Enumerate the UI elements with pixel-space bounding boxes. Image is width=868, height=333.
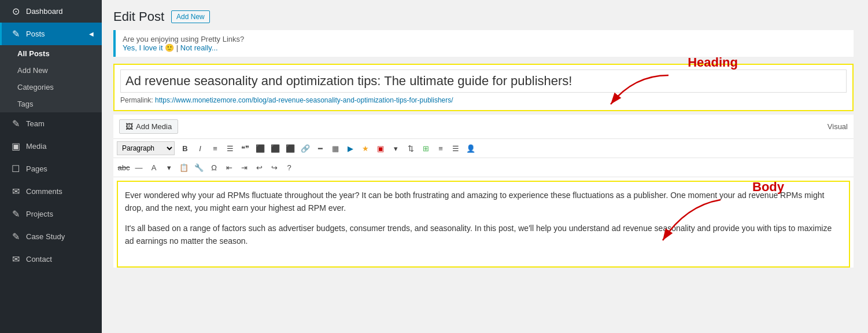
sidebar-pages-label: Pages (26, 164, 47, 173)
sidebar-projects-label: Projects (26, 210, 53, 218)
sidebar-item-contact[interactable]: ✉ Contact (0, 248, 102, 270)
color-dropdown-button[interactable]: ▾ (162, 160, 176, 174)
grid-button[interactable]: ⊞ (419, 141, 433, 155)
post-title-input[interactable] (120, 69, 847, 93)
sidebar-media-label: Media (26, 142, 46, 151)
sidebar-item-all-posts[interactable]: All Posts (0, 45, 102, 62)
erase-button[interactable]: 🔧 (192, 160, 206, 174)
outdent-button[interactable]: ⇥ (237, 160, 251, 174)
sidebar-contact-label: Contact (26, 255, 52, 264)
toolbar-row-1: Paragraph Heading 1 Heading 2 Heading 3 … (113, 139, 854, 158)
sidebar-comments-label: Comments (26, 187, 62, 196)
sidebar-case-study-label: Case Study (26, 232, 65, 241)
add-media-button[interactable]: 🖼 Add Media (119, 119, 178, 134)
redo-button[interactable]: ↪ (267, 160, 281, 174)
help-button[interactable]: ? (282, 160, 296, 174)
ordered-list-button[interactable]: ☰ (223, 141, 237, 155)
page-header: Edit Post Add New (113, 9, 854, 24)
sidebar-item-media[interactable]: ▣ Media (0, 135, 102, 158)
permalink-label: Permalink: (120, 96, 153, 104)
editor-wrapper: 🖼 Add Media Visual Paragraph Heading 1 H… (113, 115, 854, 268)
align-right-button[interactable]: ⬛ (283, 141, 297, 155)
projects-icon: ✎ (10, 208, 21, 219)
undo-button[interactable]: ↩ (252, 160, 266, 174)
sidebar-item-posts[interactable]: ✎ Posts ◀ (0, 23, 102, 45)
dropdown-button[interactable]: ▾ (389, 141, 402, 155)
team-icon: ✎ (10, 118, 21, 129)
color-button[interactable]: A (147, 160, 161, 174)
unordered-list-button[interactable]: ≡ (208, 141, 222, 155)
blockquote-button[interactable]: ❝❞ (238, 141, 252, 155)
person-button[interactable]: 👤 (464, 141, 478, 155)
separator-button[interactable]: ━ (313, 141, 327, 155)
move-button[interactable]: ⇅ (404, 141, 418, 155)
star-button[interactable]: ★ (359, 141, 372, 155)
permalink-url[interactable]: https://www.monetizemore.com/blog/ad-rev… (155, 96, 453, 104)
align-justify-button[interactable]: ☰ (449, 141, 463, 155)
bold-button[interactable]: B (178, 141, 192, 155)
body-paragraph-1: Ever wondered why your ad RPMs fluctuate… (125, 189, 842, 215)
media-icon: ▣ (10, 141, 21, 152)
visual-tab[interactable]: Visual (828, 122, 848, 131)
indent-button[interactable]: ⇤ (222, 160, 236, 174)
permalink: Permalink: https://www.monetizemore.com/… (120, 95, 847, 105)
link-button[interactable]: 🔗 (298, 141, 312, 155)
posts-submenu: All Posts Add New Categories Tags (0, 45, 102, 112)
main-content: Edit Post Add New Are you enjoying using… (102, 0, 868, 333)
table-button[interactable]: ▦ (328, 141, 342, 155)
post-title-section: Permalink: https://www.monetizemore.com/… (113, 64, 854, 111)
contact-icon: ✉ (10, 254, 21, 265)
sidebar-item-add-new[interactable]: Add New (0, 62, 102, 79)
sidebar-item-categories[interactable]: Categories (0, 79, 102, 96)
paste-text-button[interactable]: 📋 (177, 160, 191, 174)
toolbar-row-2: abc — A ▾ 📋 🔧 Ω ⇤ ⇥ ↩ ↪ ? (113, 158, 854, 177)
sidebar-posts-label: Posts (26, 30, 45, 38)
list-button[interactable]: ≡ (434, 141, 448, 155)
notice-no-link[interactable]: Not really... (180, 43, 218, 52)
format-select[interactable]: Paragraph Heading 1 Heading 2 Heading 3 … (117, 141, 175, 155)
sidebar-item-projects[interactable]: ✎ Projects (0, 203, 102, 225)
sidebar-item-pages[interactable]: ☐ Pages (0, 158, 102, 180)
sidebar-item-dashboard[interactable]: ⊙ Dashboard (0, 0, 102, 23)
case-study-icon: ✎ (10, 231, 21, 242)
italic-button[interactable]: I (193, 141, 207, 155)
sidebar-item-comments[interactable]: ✉ Comments (0, 180, 102, 203)
notice-bar: Are you enjoying using Pretty Links? Yes… (113, 30, 854, 57)
dashboard-icon: ⊙ (10, 6, 21, 17)
pages-icon: ☐ (10, 163, 21, 174)
hr-button[interactable]: — (132, 160, 146, 174)
add-media-icon: 🖼 (125, 122, 133, 131)
sidebar-item-case-study[interactable]: ✎ Case Study (0, 225, 102, 248)
notice-text: Are you enjoying using Pretty Links? (123, 35, 244, 43)
align-left-button[interactable]: ⬛ (253, 141, 267, 155)
notice-separator: | (176, 43, 180, 52)
sidebar-item-tags[interactable]: Tags (0, 96, 102, 112)
comments-icon: ✉ (10, 186, 21, 197)
body-paragraph-2: It's all based on a range of factors suc… (125, 222, 842, 248)
body-editor[interactable]: Ever wondered why your ad RPMs fluctuate… (117, 181, 850, 268)
add-new-button[interactable]: Add New (171, 10, 210, 23)
page-title: Edit Post (113, 9, 164, 24)
notice-yes-link[interactable]: Yes, I love it 🙂 (123, 43, 174, 52)
sidebar-item-label: Dashboard (26, 7, 63, 16)
sidebar: ⊙ Dashboard ✎ Posts ◀ All Posts Add New … (0, 0, 102, 333)
box-button[interactable]: ▣ (374, 141, 387, 155)
omega-button[interactable]: Ω (207, 160, 221, 174)
sidebar-team-label: Team (26, 119, 45, 128)
posts-arrow-icon: ◀ (89, 31, 94, 37)
posts-icon: ✎ (10, 28, 21, 39)
add-media-row: 🖼 Add Media Visual (113, 115, 854, 139)
arrow-button[interactable]: ▶ (343, 141, 357, 155)
align-center-button[interactable]: ⬛ (268, 141, 282, 155)
strikethrough-button[interactable]: abc (117, 160, 131, 174)
sidebar-item-team[interactable]: ✎ Team (0, 112, 102, 135)
